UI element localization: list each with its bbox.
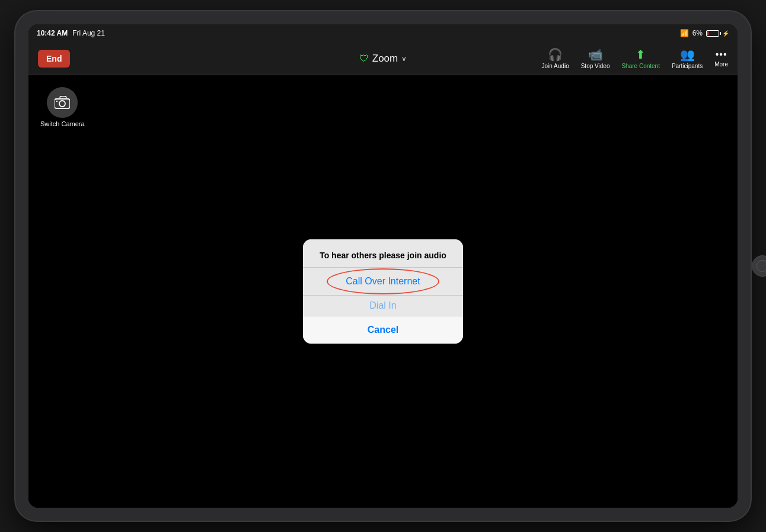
more-label: More (714, 61, 728, 68)
tablet-screen: 10:42 AM Fri Aug 21 📶 6% ⚡ End 🛡 (28, 24, 738, 508)
end-button[interactable]: End (38, 50, 70, 68)
status-time: 10:42 AM (37, 29, 68, 37)
modal-overlay: To hear others please join audio Call Ov… (28, 75, 738, 508)
more-icon: ••• (716, 49, 727, 60)
status-date: Fri Aug 21 (72, 29, 105, 37)
stop-video-button[interactable]: 📹 Stop Video (581, 47, 610, 69)
chevron-down-icon[interactable]: ∨ (401, 55, 407, 63)
call-over-internet-button[interactable]: Call Over Internet (303, 268, 463, 295)
home-button-inner (757, 260, 766, 272)
wifi-icon: 📶 (680, 29, 689, 37)
toolbar: End 🛡 Zoom ∨ 🎧 Join Audio 📹 Stop Video ⬆… (28, 42, 738, 75)
status-bar: 10:42 AM Fri Aug 21 📶 6% ⚡ (28, 24, 738, 42)
cancel-button[interactable]: Cancel (303, 316, 463, 344)
more-button[interactable]: ••• More (714, 49, 728, 68)
tablet-device: 10:42 AM Fri Aug 21 📶 6% ⚡ End 🛡 (15, 11, 751, 521)
status-right: 📶 6% ⚡ (680, 29, 729, 37)
stop-video-label: Stop Video (581, 63, 610, 69)
status-left: 10:42 AM Fri Aug 21 (37, 29, 105, 37)
zoom-shield-icon: 🛡 (359, 53, 369, 64)
participants-icon: 👥 (680, 47, 695, 62)
toolbar-right: 🎧 Join Audio 📹 Stop Video ⬆ Share Conten… (542, 47, 728, 69)
share-content-icon: ⬆ (636, 47, 646, 62)
audio-dialog: To hear others please join audio Call Ov… (303, 239, 463, 344)
participants-button[interactable]: 👥 Participants (672, 47, 703, 69)
zoom-title: 🛡 Zoom ∨ (359, 53, 407, 65)
app-name: Zoom (372, 53, 398, 65)
share-content-label: Share Content (621, 63, 660, 69)
participants-label: Participants (672, 63, 703, 69)
cancel-section: Cancel (303, 316, 463, 344)
video-icon: 📹 (588, 47, 603, 62)
modal-header: To hear others please join audio (303, 239, 463, 268)
headphones-icon: 🎧 (548, 47, 563, 62)
share-content-button[interactable]: ⬆ Share Content (621, 47, 660, 69)
dial-in-button[interactable]: Dial In (303, 296, 463, 316)
charging-icon: ⚡ (722, 30, 729, 37)
battery-tip (720, 32, 721, 35)
battery-icon: ⚡ (706, 30, 729, 37)
call-over-internet-container: Call Over Internet (303, 268, 463, 295)
battery-body (706, 30, 719, 37)
join-audio-button[interactable]: 🎧 Join Audio (542, 47, 569, 69)
main-content: Switch Camera To hear others please join… (28, 75, 738, 508)
join-audio-label: Join Audio (542, 63, 569, 69)
modal-title: To hear others please join audio (312, 250, 454, 262)
home-button[interactable] (752, 255, 766, 277)
battery-fill (707, 31, 708, 36)
battery-percent: 6% (692, 29, 703, 37)
